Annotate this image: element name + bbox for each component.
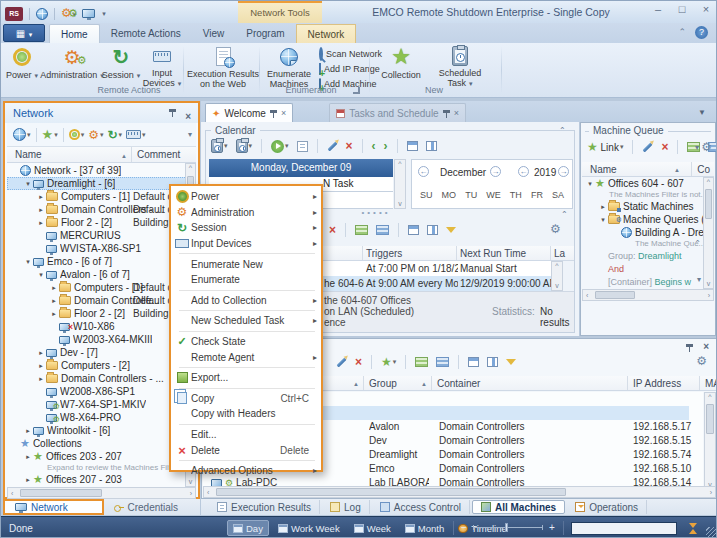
ribbon-button-execution-results-on-the-web[interactable]: Execution Resultson the Web <box>187 45 259 89</box>
zoom-slider-thumb[interactable] <box>505 523 508 532</box>
minimize-ribbon-icon[interactable]: ⌃ <box>678 27 686 37</box>
expand-icon[interactable]: ▸ <box>23 424 33 437</box>
tree-item-w2003-x64-mkiii[interactable]: W2003-X64-MKIII <box>7 333 187 346</box>
settings-gear-icon[interactable]: ⚙ <box>550 222 561 236</box>
ribbon-button-add-ip-range[interactable]: Add IP Range <box>319 62 380 76</box>
tree-item-w7-x64-sp1-mkiv[interactable]: W7-X64-SP1-MKIV <box>7 398 187 411</box>
remote-desktop-icon[interactable] <box>82 9 95 18</box>
pin-icon[interactable] <box>443 109 450 118</box>
calendar-scrollbar[interactable]: ^v <box>394 159 406 209</box>
power-icon[interactable]: ▾ <box>67 126 87 144</box>
tree-item-computers-1[interactable]: ▸Computers - [1]Default c <box>7 190 187 203</box>
previous-year-icon[interactable]: ← <box>518 166 529 177</box>
ribbon-tab-home[interactable]: Home <box>49 24 100 43</box>
filter-icon[interactable] <box>504 353 518 371</box>
add-to-collection-icon[interactable]: ★▾ <box>379 353 398 371</box>
tree-item-dreamlight-6[interactable]: ▾Dreamlight - [6] <box>7 177 187 190</box>
close-icon[interactable]: × <box>698 3 714 15</box>
menu-item-remote-agent[interactable]: Remote Agent▸ <box>173 349 319 365</box>
horizontal-scrollbar[interactable]: ‹ › <box>582 289 714 301</box>
column-comment[interactable]: Comment <box>137 147 180 163</box>
previous-day-icon[interactable]: ‹ <box>370 137 378 155</box>
application-menu-button[interactable]: ▦ ▾ <box>3 24 45 42</box>
expand-icon[interactable]: ▸ <box>36 216 46 229</box>
zoom-slider[interactable] <box>473 527 543 528</box>
pin-icon[interactable] <box>270 109 277 118</box>
tree-item-domain-controlle[interactable]: ▸Domain Controlle...Default c <box>7 294 187 307</box>
next-year-icon[interactable]: → <box>558 166 569 177</box>
bottom-tab-execution-results[interactable]: Execution Results <box>209 500 320 514</box>
minimize-icon[interactable]: – <box>650 3 666 15</box>
expand-icon[interactable]: ▸ <box>36 346 46 359</box>
group-view-icon[interactable] <box>685 138 702 156</box>
menu-item-copy[interactable]: CopyCtrl+C <box>173 391 319 407</box>
maximize-icon[interactable]: □ <box>674 3 690 15</box>
enumerate-icon[interactable]: ▾ <box>11 126 33 144</box>
expand-icon[interactable]: ▸ <box>49 281 59 294</box>
horizontal-scrollbar[interactable]: ‹ › <box>203 486 716 498</box>
panel-tab-network[interactable]: Network <box>3 499 104 515</box>
ribbon-tab-program[interactable]: Program <box>235 24 295 43</box>
next-day-icon[interactable]: › <box>382 137 390 155</box>
column-ip-address[interactable]: IP Address <box>633 376 681 391</box>
vertical-scrollbar[interactable]: ^ v <box>704 392 716 490</box>
bottom-tab-all-machines[interactable]: All Machines <box>472 500 565 514</box>
view-button-work-week[interactable]: Work Week <box>273 520 345 536</box>
collapse-icon[interactable]: ▾ <box>585 177 595 190</box>
expand-filter-icon[interactable]: ▾ <box>697 275 701 284</box>
tab-list-dropdown-icon[interactable]: ▼ <box>698 108 706 117</box>
menu-item-export[interactable]: Export... <box>173 370 319 386</box>
tree-item-building-a-drea[interactable]: Building A - Drea... <box>582 226 704 239</box>
collapse-icon[interactable]: ▾ <box>598 213 608 226</box>
expand-icon[interactable]: ▸ <box>49 307 59 320</box>
bottom-tab-operations[interactable]: Operations <box>567 500 647 514</box>
tree-item-emco-6-of-7[interactable]: ▾Emco - [6 of 7] <box>7 255 187 268</box>
document-tab-tasks-and-schedule[interactable]: Tasks and Schedule× <box>329 103 466 122</box>
save-layout-icon[interactable] <box>466 353 481 371</box>
tree-item-w2008-x86-sp1[interactable]: W2008-X86-SP1 <box>7 385 187 398</box>
column-triggers[interactable]: Triggers <box>366 246 402 261</box>
tree-item-network-37-of-39[interactable]: Network - [37 of 39] <box>7 164 187 177</box>
menu-item-input-devices[interactable]: Input Devices▸ <box>173 236 319 252</box>
panel-tab-credentials[interactable]: Credentials <box>104 499 201 515</box>
ribbon-button-input-devices[interactable]: InputDevices ▾ <box>141 45 183 89</box>
expand-icon[interactable]: ▸ <box>23 473 33 486</box>
tree-item-floor-2-2[interactable]: ▸Floor 2 - [2]Building <box>7 216 187 229</box>
tree-item-w8-x64-pro[interactable]: W8-X64-PRO <box>7 411 187 424</box>
pin-icon[interactable] <box>169 108 176 117</box>
close-tab-icon[interactable]: × <box>281 108 286 118</box>
task-list-icon[interactable] <box>295 137 310 155</box>
menu-item-copy-with-headers[interactable]: Copy with Headers <box>173 406 319 422</box>
column-name[interactable]: Name <box>7 149 42 160</box>
menu-item-enumerate-new[interactable]: Enumerate New <box>173 256 319 272</box>
collapse-tasks-icon[interactable]: ⌃ <box>561 210 568 219</box>
collapse-filter-icon[interactable]: ⌃ <box>694 239 701 248</box>
tree-item-w10-x86[interactable]: W10-X86 <box>7 320 187 333</box>
tree-item-collections[interactable]: ★Collections <box>7 437 187 450</box>
ribbon-tab-remote-actions[interactable]: Remote Actions <box>100 24 192 43</box>
menu-item-enumerate[interactable]: Enumerate <box>173 272 319 288</box>
group-view-icon[interactable] <box>353 221 370 239</box>
tree-item-domain-controllers[interactable]: ▸Domain Controllers - ... <box>7 372 187 385</box>
ribbon-button-collection[interactable]: ★Collection <box>375 45 427 89</box>
menu-item-session[interactable]: Session▸ <box>173 220 319 236</box>
close-tab-icon[interactable]: × <box>454 108 459 118</box>
tasks-scrollbar[interactable]: ^v <box>551 261 563 291</box>
view-button-week[interactable]: Week <box>349 520 396 536</box>
calendar-task-entry[interactable]: N Task <box>323 178 353 189</box>
tree-item-offices-207-203[interactable]: ▸★Offices 207 - 203 <box>7 473 187 486</box>
collapse-calendar-icon[interactable]: ⌃ <box>559 126 566 135</box>
tree-item-offices-203-207[interactable]: ▸★Offices 203 - 207 <box>7 450 187 463</box>
ribbon-button-scan-network[interactable]: Scan Network <box>319 47 382 61</box>
ribbon-tab-network[interactable]: Network <box>296 24 357 43</box>
ribbon-tab-view[interactable]: View <box>192 24 236 43</box>
next-month-icon[interactable]: → <box>490 166 501 177</box>
delete-task-icon[interactable]: × <box>344 137 355 155</box>
tree-item-computers-2[interactable]: ▸Computers - [2] <box>7 359 187 372</box>
tree-item-floor-2-2[interactable]: ▸Floor 2 - [2]Building <box>7 307 187 320</box>
group-view-icon[interactable] <box>413 353 430 371</box>
administration-icon[interactable]: ⚙▾ <box>86 126 105 144</box>
tree-item-avalon-6-of-7[interactable]: ▾Avalon - [6 of 7] <box>7 268 187 281</box>
ribbon-button-enumerate-machines[interactable]: EnumerateMachines <box>263 45 315 89</box>
tree-item-wintoolkit-6[interactable]: ▸Wintoolkit - [6] <box>7 424 187 437</box>
